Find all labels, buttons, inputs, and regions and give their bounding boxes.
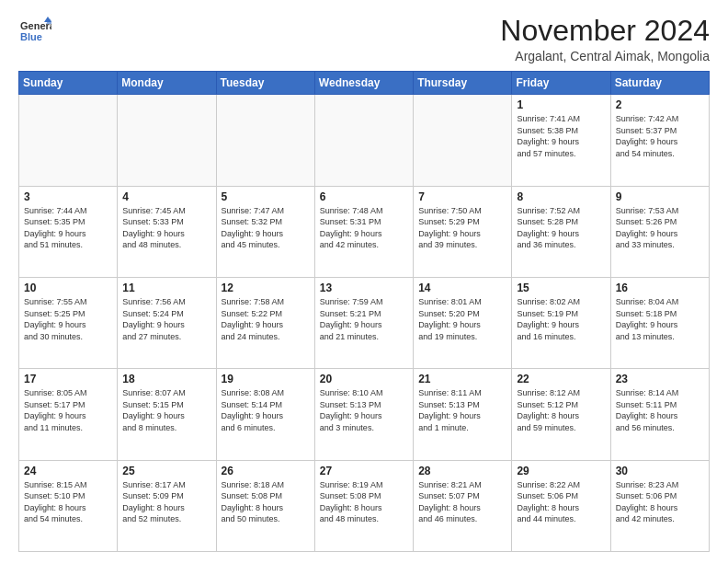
day-info: Sunrise: 8:17 AM Sunset: 5:09 PM Dayligh… [122, 479, 210, 525]
calendar-cell [118, 95, 216, 186]
calendar-cell [216, 95, 314, 186]
day-number: 17 [24, 373, 112, 385]
day-number: 8 [517, 190, 605, 203]
calendar-cell: 24Sunrise: 8:15 AM Sunset: 5:10 PM Dayli… [19, 460, 118, 551]
calendar-table: SundayMondayTuesdayWednesdayThursdayFrid… [18, 71, 710, 552]
day-info: Sunrise: 8:18 AM Sunset: 5:08 PM Dayligh… [222, 479, 310, 525]
day-info: Sunrise: 8:08 AM Sunset: 5:14 PM Dayligh… [222, 387, 310, 433]
title-block: November 2024 Argalant, Central Aimak, M… [500, 15, 710, 63]
day-info: Sunrise: 7:41 AM Sunset: 5:38 PM Dayligh… [517, 113, 605, 159]
day-number: 20 [320, 373, 408, 385]
day-number: 3 [24, 190, 112, 203]
day-info: Sunrise: 7:52 AM Sunset: 5:28 PM Dayligh… [517, 205, 605, 251]
day-number: 18 [122, 373, 210, 385]
day-number: 30 [616, 465, 704, 477]
calendar-header-monday: Monday [118, 72, 216, 95]
calendar-week-3: 17Sunrise: 8:05 AM Sunset: 5:17 PM Dayli… [19, 369, 710, 460]
calendar-cell [314, 95, 413, 186]
day-number: 14 [418, 282, 506, 294]
calendar-cell: 19Sunrise: 8:08 AM Sunset: 5:14 PM Dayli… [216, 369, 314, 460]
day-number: 5 [222, 190, 310, 203]
calendar-cell [414, 95, 512, 186]
calendar-cell: 15Sunrise: 8:02 AM Sunset: 5:19 PM Dayli… [512, 277, 610, 368]
calendar-cell: 27Sunrise: 8:19 AM Sunset: 5:08 PM Dayli… [314, 460, 413, 551]
day-number: 23 [616, 373, 704, 385]
day-number: 11 [122, 282, 210, 294]
day-number: 12 [222, 282, 310, 294]
day-number: 21 [418, 373, 506, 385]
calendar-cell: 7Sunrise: 7:50 AM Sunset: 5:29 PM Daylig… [414, 186, 512, 277]
day-info: Sunrise: 7:56 AM Sunset: 5:24 PM Dayligh… [122, 296, 210, 342]
logo: General Blue [18, 15, 51, 48]
day-number: 13 [320, 282, 408, 294]
calendar-cell: 5Sunrise: 7:47 AM Sunset: 5:32 PM Daylig… [216, 186, 314, 277]
day-info: Sunrise: 8:11 AM Sunset: 5:13 PM Dayligh… [418, 387, 506, 433]
calendar-cell: 20Sunrise: 8:10 AM Sunset: 5:13 PM Dayli… [314, 369, 413, 460]
svg-text:Blue: Blue [20, 31, 42, 42]
calendar-header-row: SundayMondayTuesdayWednesdayThursdayFrid… [19, 72, 710, 95]
calendar-cell: 2Sunrise: 7:42 AM Sunset: 5:37 PM Daylig… [610, 95, 709, 186]
calendar-cell: 13Sunrise: 7:59 AM Sunset: 5:21 PM Dayli… [314, 277, 413, 368]
day-info: Sunrise: 8:01 AM Sunset: 5:20 PM Dayligh… [418, 296, 506, 342]
day-info: Sunrise: 7:55 AM Sunset: 5:25 PM Dayligh… [24, 296, 112, 342]
day-info: Sunrise: 7:48 AM Sunset: 5:31 PM Dayligh… [320, 205, 408, 251]
calendar-week-2: 10Sunrise: 7:55 AM Sunset: 5:25 PM Dayli… [19, 277, 710, 368]
calendar-cell: 3Sunrise: 7:44 AM Sunset: 5:35 PM Daylig… [19, 186, 118, 277]
day-info: Sunrise: 7:45 AM Sunset: 5:33 PM Dayligh… [122, 205, 210, 251]
calendar-cell: 29Sunrise: 8:22 AM Sunset: 5:06 PM Dayli… [512, 460, 610, 551]
calendar-cell: 28Sunrise: 8:21 AM Sunset: 5:07 PM Dayli… [414, 460, 512, 551]
calendar-cell: 16Sunrise: 8:04 AM Sunset: 5:18 PM Dayli… [610, 277, 709, 368]
calendar-cell: 25Sunrise: 8:17 AM Sunset: 5:09 PM Dayli… [118, 460, 216, 551]
day-number: 19 [222, 373, 310, 385]
day-info: Sunrise: 7:42 AM Sunset: 5:37 PM Dayligh… [616, 113, 704, 159]
header: General Blue November 2024 Argalant, Cen… [18, 15, 710, 63]
day-number: 6 [320, 190, 408, 203]
calendar-header-wednesday: Wednesday [314, 72, 413, 95]
calendar-cell: 26Sunrise: 8:18 AM Sunset: 5:08 PM Dayli… [216, 460, 314, 551]
day-info: Sunrise: 8:05 AM Sunset: 5:17 PM Dayligh… [24, 387, 112, 433]
day-number: 25 [122, 465, 210, 477]
day-number: 1 [517, 98, 605, 111]
calendar-cell: 14Sunrise: 8:01 AM Sunset: 5:20 PM Dayli… [414, 277, 512, 368]
calendar-body: 1Sunrise: 7:41 AM Sunset: 5:38 PM Daylig… [19, 95, 710, 552]
calendar-header-sunday: Sunday [19, 72, 118, 95]
day-info: Sunrise: 7:47 AM Sunset: 5:32 PM Dayligh… [222, 205, 310, 251]
day-number: 22 [517, 373, 605, 385]
calendar-cell: 4Sunrise: 7:45 AM Sunset: 5:33 PM Daylig… [118, 186, 216, 277]
day-info: Sunrise: 8:23 AM Sunset: 5:06 PM Dayligh… [616, 479, 704, 525]
calendar-week-1: 3Sunrise: 7:44 AM Sunset: 5:35 PM Daylig… [19, 186, 710, 277]
calendar-cell: 21Sunrise: 8:11 AM Sunset: 5:13 PM Dayli… [414, 369, 512, 460]
day-number: 15 [517, 282, 605, 294]
logo-icon: General Blue [18, 15, 51, 48]
day-info: Sunrise: 8:02 AM Sunset: 5:19 PM Dayligh… [517, 296, 605, 342]
day-info: Sunrise: 8:19 AM Sunset: 5:08 PM Dayligh… [320, 479, 408, 525]
day-info: Sunrise: 8:21 AM Sunset: 5:07 PM Dayligh… [418, 479, 506, 525]
calendar-cell: 10Sunrise: 7:55 AM Sunset: 5:25 PM Dayli… [19, 277, 118, 368]
calendar-header-thursday: Thursday [414, 72, 512, 95]
day-number: 28 [418, 465, 506, 477]
calendar-cell: 12Sunrise: 7:58 AM Sunset: 5:22 PM Dayli… [216, 277, 314, 368]
day-info: Sunrise: 8:15 AM Sunset: 5:10 PM Dayligh… [24, 479, 112, 525]
day-info: Sunrise: 7:53 AM Sunset: 5:26 PM Dayligh… [616, 205, 704, 251]
calendar-week-0: 1Sunrise: 7:41 AM Sunset: 5:38 PM Daylig… [19, 95, 710, 186]
calendar-cell: 23Sunrise: 8:14 AM Sunset: 5:11 PM Dayli… [610, 369, 709, 460]
calendar-cell: 30Sunrise: 8:23 AM Sunset: 5:06 PM Dayli… [610, 460, 709, 551]
day-info: Sunrise: 8:04 AM Sunset: 5:18 PM Dayligh… [616, 296, 704, 342]
day-info: Sunrise: 8:07 AM Sunset: 5:15 PM Dayligh… [122, 387, 210, 433]
day-number: 26 [222, 465, 310, 477]
day-number: 29 [517, 465, 605, 477]
day-info: Sunrise: 8:14 AM Sunset: 5:11 PM Dayligh… [616, 387, 704, 433]
day-number: 9 [616, 190, 704, 203]
calendar-cell: 1Sunrise: 7:41 AM Sunset: 5:38 PM Daylig… [512, 95, 610, 186]
day-info: Sunrise: 8:10 AM Sunset: 5:13 PM Dayligh… [320, 387, 408, 433]
day-number: 16 [616, 282, 704, 294]
calendar-cell: 9Sunrise: 7:53 AM Sunset: 5:26 PM Daylig… [610, 186, 709, 277]
day-info: Sunrise: 7:59 AM Sunset: 5:21 PM Dayligh… [320, 296, 408, 342]
calendar-header-tuesday: Tuesday [216, 72, 314, 95]
day-info: Sunrise: 8:12 AM Sunset: 5:12 PM Dayligh… [517, 387, 605, 433]
month-title: November 2024 [500, 15, 710, 47]
page: General Blue November 2024 Argalant, Cen… [0, 0, 728, 563]
day-number: 7 [418, 190, 506, 203]
calendar-week-4: 24Sunrise: 8:15 AM Sunset: 5:10 PM Dayli… [19, 460, 710, 551]
day-number: 24 [24, 465, 112, 477]
